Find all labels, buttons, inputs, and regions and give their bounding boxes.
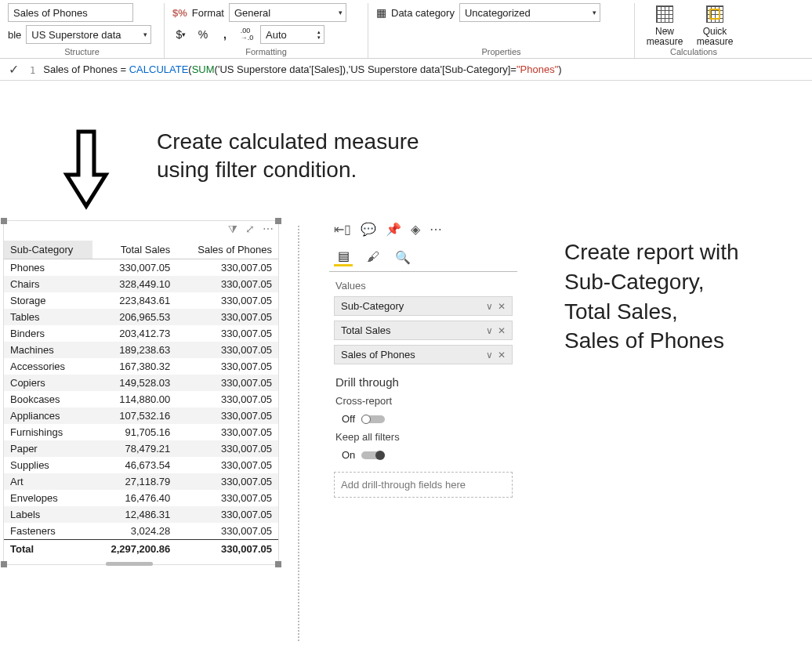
table-row[interactable]: Binders203,412.73330,007.05	[4, 325, 278, 342]
canvas: Create calculated measure using filter c…	[0, 81, 812, 661]
cell-category: Supplies	[4, 457, 92, 473]
cell-value: 149,528.03	[92, 375, 177, 391]
cell-value: 91,705.16	[92, 424, 177, 440]
down-arrow-annotation	[63, 128, 110, 214]
focus-mode-icon[interactable]: ⤢	[245, 223, 255, 236]
data-category-icon: ▦	[376, 6, 386, 19]
column-header[interactable]: Sales of Phones	[176, 241, 278, 259]
table-row[interactable]: Paper78,479.21330,007.05	[4, 440, 278, 457]
table-row[interactable]: Tables206,965.53330,007.05	[4, 309, 278, 325]
cell-value: 107,532.16	[92, 408, 177, 424]
field-well-item[interactable]: Sales of Phones∨✕	[334, 345, 513, 364]
field-label: Sales of Phones	[341, 349, 415, 360]
keep-filters-label: Keep all filters	[329, 428, 517, 446]
drill-up-icon[interactable]: ⇤▯	[334, 222, 351, 237]
format-select[interactable]: General ▾	[229, 3, 346, 22]
group-label-structure: Structure	[8, 47, 156, 58]
table-row[interactable]: Art27,118.79330,007.05	[4, 473, 278, 490]
data-category-value: Uncategorized	[465, 7, 531, 19]
column-header[interactable]: Sub-Category	[4, 241, 92, 259]
cell-value: 12,486.31	[92, 506, 177, 523]
table-row[interactable]: Chairs328,449.10330,007.05	[4, 276, 278, 292]
data-category-label: Data category	[391, 7, 455, 19]
pin-icon[interactable]: 📌	[386, 222, 401, 237]
table-row[interactable]: Envelopes16,476.40330,007.05	[4, 490, 278, 506]
chat-icon[interactable]: 💬	[361, 222, 376, 237]
cell-value: 203,412.73	[92, 325, 177, 342]
home-table-select[interactable]: US Superstore data ▾	[26, 25, 151, 44]
table-row[interactable]: Fasteners3,024.28330,007.05	[4, 523, 278, 540]
cell-value: 330,007.05	[176, 325, 278, 342]
new-measure-button[interactable]: New measure	[643, 3, 687, 47]
keep-filters-toggle[interactable]: On	[329, 446, 517, 464]
remove-field-icon[interactable]: ✕	[498, 325, 506, 336]
chevron-down-icon[interactable]: ∨	[486, 350, 493, 360]
cross-report-toggle[interactable]: Off	[329, 410, 517, 428]
cell-category: Art	[4, 473, 92, 490]
annotation-right: Create report with Sub-Category, Total S…	[564, 237, 739, 356]
table-row[interactable]: Labels12,486.31330,007.05	[4, 506, 278, 523]
table-row[interactable]: Storage223,843.61330,007.05	[4, 292, 278, 309]
field-well-item[interactable]: Sub-Category∨✕	[334, 296, 513, 316]
cell-category: Copiers	[4, 375, 92, 391]
total-sales: 2,297,200.86	[92, 540, 177, 559]
cell-category: Bookcases	[4, 391, 92, 408]
table-visual[interactable]: ⧩ ⤢ ⋯ Sub-CategoryTotal SalesSales of Ph…	[3, 220, 279, 565]
resize-handle[interactable]	[1, 561, 7, 567]
format-label: Format	[192, 7, 224, 19]
stepper-icon: ▴▾	[317, 29, 321, 40]
percent-button[interactable]: %	[194, 26, 212, 43]
table-row[interactable]: Phones330,007.05330,007.05	[4, 259, 278, 277]
quick-measure-button[interactable]: Quick measure	[693, 3, 737, 47]
data-category-select[interactable]: Uncategorized ▾	[459, 3, 600, 22]
field-well-item[interactable]: Total Sales∨✕	[334, 321, 513, 340]
column-header[interactable]: Total Sales	[92, 241, 177, 259]
cell-category: Chairs	[4, 276, 92, 292]
drill-through-dropzone[interactable]: Add drill-through fields here	[334, 472, 513, 498]
cell-value: 330,007.05	[92, 259, 177, 277]
analytics-tab[interactable]: 🔍	[393, 248, 412, 266]
cell-value: 328,449.10	[92, 276, 177, 292]
cell-value: 206,965.53	[92, 309, 177, 325]
measure-name-input[interactable]: Sales of Phones	[8, 3, 133, 22]
fields-tab[interactable]: ▤	[334, 248, 353, 266]
table-row[interactable]: Bookcases114,880.00330,007.05	[4, 391, 278, 408]
cell-value: 46,673.54	[92, 457, 177, 473]
cell-category: Accessories	[4, 358, 92, 375]
resize-handle[interactable]	[1, 218, 7, 224]
resize-handle[interactable]	[275, 218, 281, 224]
decimal-places-input[interactable]: Auto ▴▾	[260, 25, 324, 44]
more-options-icon[interactable]: ⋯	[263, 223, 274, 236]
formula-bar[interactable]: ✓ 1 Sales of Phones = CALCULATE(SUM('US …	[0, 59, 812, 81]
format-tab[interactable]: 🖌	[364, 248, 382, 266]
table-row[interactable]: Copiers149,528.03330,007.05	[4, 375, 278, 391]
remove-field-icon[interactable]: ✕	[498, 301, 506, 312]
horizontal-scrollbar[interactable]	[106, 562, 153, 566]
drill-through-header: Drill through	[329, 364, 517, 392]
diamond-icon[interactable]: ◈	[411, 222, 420, 237]
home-table-prefix: ble	[8, 29, 21, 41]
formula-text[interactable]: Sales of Phones = CALCULATE(SUM('US Supe…	[43, 63, 561, 75]
table-row[interactable]: Furnishings91,705.16330,007.05	[4, 424, 278, 440]
quick-measure-label: Quick measure	[693, 27, 737, 47]
visual-toolbar: ⧩ ⤢ ⋯	[4, 221, 278, 241]
format-prefix-icon: $%	[172, 7, 187, 19]
decimals-button[interactable]: .00→.0	[238, 26, 256, 43]
chevron-down-icon[interactable]: ∨	[486, 325, 493, 336]
toggle-off-label: Off	[342, 413, 355, 425]
currency-button[interactable]: $▾	[172, 26, 190, 43]
chevron-down-icon[interactable]: ∨	[486, 301, 493, 312]
table-row[interactable]: Accessories167,380.32330,007.05	[4, 358, 278, 375]
table-row[interactable]: Machines189,238.63330,007.05	[4, 342, 278, 358]
filter-icon[interactable]: ⧩	[228, 223, 237, 236]
resize-handle[interactable]	[275, 561, 281, 567]
cell-category: Furnishings	[4, 424, 92, 440]
table-row[interactable]: Appliances107,532.16330,007.05	[4, 408, 278, 424]
cell-value: 330,007.05	[176, 292, 278, 309]
more-icon[interactable]: ⋯	[430, 222, 442, 237]
remove-field-icon[interactable]: ✕	[498, 350, 506, 360]
thousands-sep-button[interactable]: ,	[216, 26, 234, 43]
visualizations-pane: ⇤▯ 💬 📌 ◈ ⋯ ▤ 🖌 🔍 Values Sub-Category∨✕To…	[329, 220, 517, 505]
table-row[interactable]: Supplies46,673.54330,007.05	[4, 457, 278, 473]
commit-check-icon[interactable]: ✓	[5, 62, 22, 77]
